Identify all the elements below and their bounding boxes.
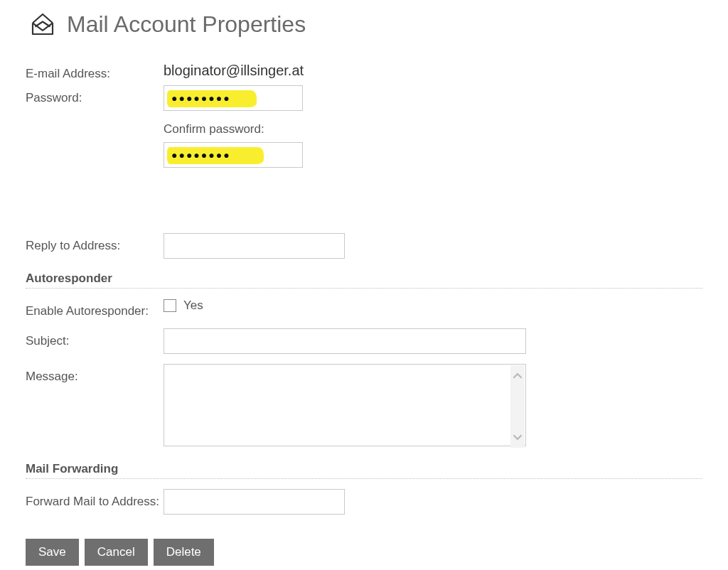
page-title: Mail Account Properties	[67, 11, 306, 38]
enable-autoresponder-row: Enable Autoresponder: Yes	[26, 299, 702, 318]
chevron-down-icon	[513, 432, 523, 442]
mail-forwarding-section-header: Mail Forwarding	[26, 462, 702, 479]
subject-label: Subject:	[26, 328, 164, 348]
mail-icon	[26, 7, 60, 41]
message-label: Message:	[26, 364, 164, 384]
page-title-row: Mail Account Properties	[26, 7, 702, 41]
delete-button[interactable]: Delete	[154, 539, 214, 566]
password-mask: ●●●●●●●●	[167, 92, 232, 104]
reply-to-input[interactable]	[164, 233, 345, 259]
confirm-password-mask: ●●●●●●●●	[167, 149, 232, 161]
password-row: Password: ●●●●●●●● Confirm password: ●●●…	[26, 85, 702, 168]
autoresponder-section-header: Autoresponder	[26, 271, 702, 289]
subject-input[interactable]	[164, 328, 526, 354]
message-row: Message:	[26, 364, 702, 449]
email-value: bloginator@illsinger.at	[164, 61, 702, 79]
reply-to-label: Reply to Address:	[26, 233, 164, 253]
chevron-up-icon	[513, 371, 523, 381]
forward-to-input[interactable]	[164, 489, 345, 515]
email-label: E-mail Address:	[26, 61, 164, 81]
confirm-password-label: Confirm password:	[164, 122, 702, 136]
save-button[interactable]: Save	[26, 539, 79, 566]
enable-autoresponder-label: Enable Autoresponder:	[26, 299, 164, 318]
scrollbar[interactable]	[510, 365, 525, 448]
cancel-button[interactable]: Cancel	[85, 539, 148, 566]
action-buttons: Save Cancel Delete	[26, 539, 702, 566]
reply-to-row: Reply to Address:	[26, 233, 702, 259]
password-input[interactable]: ●●●●●●●●	[164, 85, 303, 111]
forward-to-row: Forward Mail to Address:	[26, 489, 702, 515]
subject-row: Subject:	[26, 328, 702, 354]
forward-to-label: Forward Mail to Address:	[26, 489, 164, 509]
autoresponder-checkbox-label: Yes	[183, 299, 203, 313]
confirm-password-input[interactable]: ●●●●●●●●	[164, 142, 303, 168]
email-row: E-mail Address: bloginator@illsinger.at	[26, 61, 702, 81]
autoresponder-checkbox[interactable]	[164, 299, 176, 312]
password-label: Password:	[26, 85, 164, 105]
message-textarea[interactable]	[164, 364, 526, 446]
